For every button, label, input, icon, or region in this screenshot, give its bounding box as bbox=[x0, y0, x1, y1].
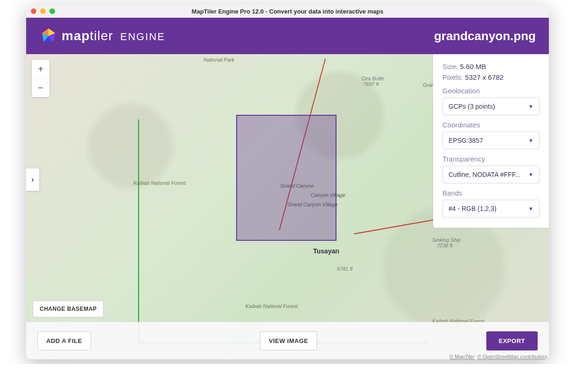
attribution-maptiler[interactable]: © MapTiler bbox=[449, 354, 475, 359]
brand-rest: tiler bbox=[90, 28, 113, 43]
coordinates-value: EPSG:3857 bbox=[449, 137, 483, 144]
view-image-button[interactable]: VIEW IMAGE bbox=[260, 331, 317, 350]
zoom-in-button[interactable]: + bbox=[32, 60, 49, 78]
zoom-controls: + − bbox=[32, 60, 49, 97]
window-controls bbox=[31, 8, 55, 14]
logo: maptiler ENGINE bbox=[39, 27, 165, 45]
expand-sidebar-button[interactable]: › bbox=[26, 168, 39, 191]
label-national-park: National Park bbox=[203, 57, 234, 63]
chevron-down-icon: ▼ bbox=[528, 172, 533, 177]
bands-label: Bands bbox=[442, 189, 540, 197]
app-header: maptiler ENGINE grandcanyon.png bbox=[26, 18, 549, 54]
properties-panel: Size: 5.60 MB Pixels: 5327 x 6782 Geoloc… bbox=[433, 54, 549, 228]
label-tusayan: Tusayan bbox=[313, 247, 339, 255]
size-row: Size: 5.60 MB bbox=[442, 63, 540, 70]
zoom-out-button[interactable]: − bbox=[32, 78, 49, 97]
bands-select[interactable]: #4 - RGB (1,2,3) ▼ bbox=[442, 200, 540, 217]
titlebar: MapTiler Engine Pro 12.0 - Convert your … bbox=[26, 5, 549, 18]
size-value: 5.60 MB bbox=[460, 63, 486, 70]
close-icon[interactable] bbox=[31, 8, 36, 14]
transparency-label: Transparency bbox=[442, 155, 540, 163]
bottom-bar: ADD A FILE VIEW IMAGE EXPORT © MapTiler … bbox=[26, 322, 549, 359]
maximize-icon[interactable] bbox=[49, 8, 55, 14]
chevron-down-icon: ▼ bbox=[528, 138, 533, 143]
chevron-down-icon: ▼ bbox=[528, 104, 533, 109]
change-basemap-button[interactable]: CHANGE BASEMAP bbox=[33, 301, 104, 317]
label-kaibab-2: Kaibab National Forest bbox=[245, 303, 298, 309]
bands-value: #4 - RGB (1,2,3) bbox=[449, 205, 497, 212]
brand-engine: ENGINE bbox=[120, 31, 165, 42]
coordinates-select[interactable]: EPSG:3857 ▼ bbox=[442, 132, 540, 149]
export-button[interactable]: EXPORT bbox=[486, 331, 538, 350]
logo-icon bbox=[39, 27, 58, 45]
map-attribution: © MapTiler © OpenStreetMap contributors bbox=[449, 354, 547, 359]
current-filename: grandcanyon.png bbox=[434, 29, 536, 43]
label-sinking-ship-elev: 7238 ft bbox=[437, 243, 453, 248]
pixels-label: Pixels: bbox=[442, 73, 463, 81]
geolocation-value: GCPs (3 points) bbox=[449, 103, 495, 110]
label-sinking-ship: Sinking Ship bbox=[432, 237, 461, 243]
attribution-osm[interactable]: © OpenStreetMap contributors bbox=[477, 354, 547, 359]
label-oza-butte: Oza Butte bbox=[361, 76, 384, 81]
minimize-icon[interactable] bbox=[40, 8, 46, 14]
brand-text: maptiler ENGINE bbox=[62, 28, 165, 43]
content: National Park Kaibab National Forest Gra… bbox=[26, 54, 549, 359]
add-file-button[interactable]: ADD A FILE bbox=[37, 331, 91, 350]
coordinates-label: Coordinates bbox=[442, 121, 540, 129]
app-window: MapTiler Engine Pro 12.0 - Convert your … bbox=[26, 5, 549, 359]
label-kaibab-1: Kaibab National Forest bbox=[133, 180, 186, 186]
brand-bold: map bbox=[62, 28, 90, 43]
geolocation-label: Geolocation bbox=[442, 87, 540, 95]
chevron-right-icon: › bbox=[31, 175, 34, 184]
pixels-value: 5327 x 6782 bbox=[465, 73, 504, 81]
window-title: MapTiler Engine Pro 12.0 - Convert your … bbox=[26, 8, 549, 15]
transparency-select[interactable]: Cutline, NODATA #FFF... ▼ bbox=[442, 166, 540, 183]
pixels-row: Pixels: 5327 x 6782 bbox=[442, 73, 540, 81]
size-label: Size: bbox=[442, 63, 458, 70]
label-oza-butte-elev: 7697 ft bbox=[363, 81, 379, 87]
image-extent-overlay[interactable] bbox=[236, 115, 337, 241]
chevron-down-icon: ▼ bbox=[528, 206, 533, 211]
label-6781: 6781 ft bbox=[337, 266, 353, 272]
transparency-value: Cutline, NODATA #FFF... bbox=[449, 171, 520, 178]
geolocation-select[interactable]: GCPs (3 points) ▼ bbox=[442, 98, 540, 115]
